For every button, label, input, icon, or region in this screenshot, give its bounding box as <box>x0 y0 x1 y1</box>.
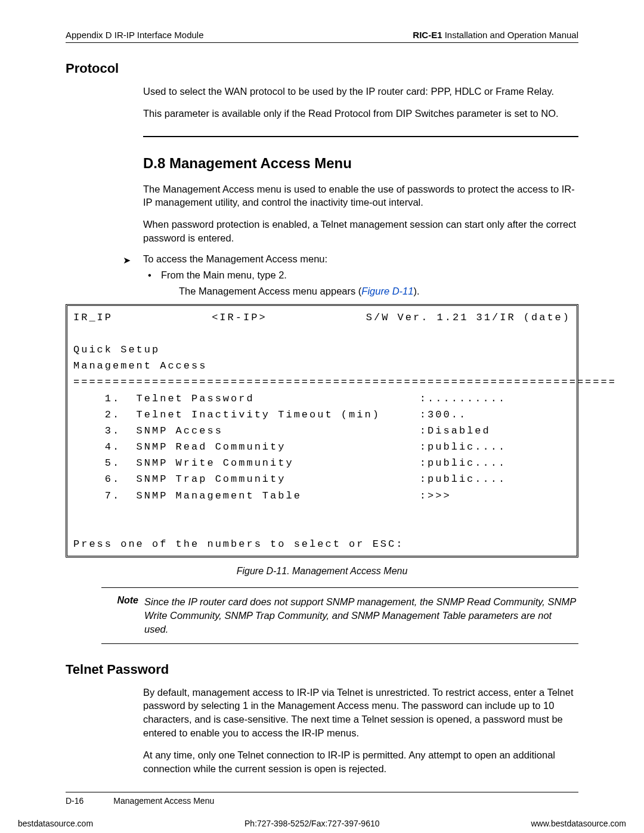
term-mgmt-access: Management Access <box>73 360 207 371</box>
note-block: Note Since the IP router card does not s… <box>101 587 578 643</box>
provider-left: bestdatasource.com <box>18 819 93 828</box>
section-divider <box>143 136 578 137</box>
protocol-p1: Used to select the WAN protocol to be us… <box>143 85 578 98</box>
telnet-p1: By default, management access to IR-IP v… <box>143 686 578 740</box>
arrow-icon: ➤ <box>123 255 131 266</box>
term-prompt: Press one of the numbers to select or ES… <box>73 538 404 550</box>
page-footer: D-16Management Access Menu <box>66 796 578 806</box>
term-quick-setup: Quick Setup <box>73 344 160 355</box>
telnet-p2: At any time, only one Telnet connection … <box>143 748 578 776</box>
running-header: Appendix D IR-IP Interface Module RIC-E1… <box>66 30 578 43</box>
figure-caption: Figure D-11. Management Access Menu <box>66 566 578 577</box>
procedure-step: • From the Main menu, type 2. <box>161 270 578 281</box>
protocol-p2: This parameter is available only if the … <box>143 107 578 120</box>
term-head-right: S/W Ver. 1.21 31/IR (date) <box>366 309 571 326</box>
provider-bar: bestdatasource.com Ph:727-398-5252/Fax:7… <box>0 819 644 828</box>
terminal-screen: IR_IP<IR-IP>S/W Ver. 1.21 31/IR (date) Q… <box>66 304 578 558</box>
header-right: RIC-E1 Installation and Operation Manual <box>413 30 578 40</box>
footer-rule <box>66 792 578 792</box>
page-number: D-16 <box>66 796 83 806</box>
footer-name: Management Access Menu <box>113 796 214 806</box>
term-items: 1. Telnet Password :.......... 2. Telnet… <box>73 391 571 504</box>
section-p2: When password protection is enabled, a T… <box>143 218 578 245</box>
section-p1: The Management Access menu is used to en… <box>143 182 578 210</box>
document-page: Appendix D IR-IP Interface Module RIC-E1… <box>66 30 578 806</box>
telnet-heading: Telnet Password <box>66 662 578 677</box>
bullet-icon: • <box>148 270 151 281</box>
provider-right: www.bestdatasource.com <box>531 819 626 828</box>
procedure-result: The Management Access menu appears (Figu… <box>179 286 578 297</box>
header-left: Appendix D IR-IP Interface Module <box>66 30 204 40</box>
term-head-mid: <IR-IP> <box>212 309 267 326</box>
protocol-heading: Protocol <box>66 61 578 76</box>
note-text: Since the IP router card does not suppor… <box>144 595 578 636</box>
term-ruler: ========================================… <box>73 376 617 388</box>
provider-mid: Ph:727-398-5252/Fax:727-397-9610 <box>244 819 380 828</box>
figure-link[interactable]: Figure D-11 <box>361 286 413 296</box>
note-label: Note <box>101 595 144 636</box>
procedure-intro: ➤ To access the Management Access menu: <box>143 253 578 265</box>
term-head-left: IR_IP <box>73 309 113 326</box>
section-title: D.8 Management Access Menu <box>143 155 578 172</box>
